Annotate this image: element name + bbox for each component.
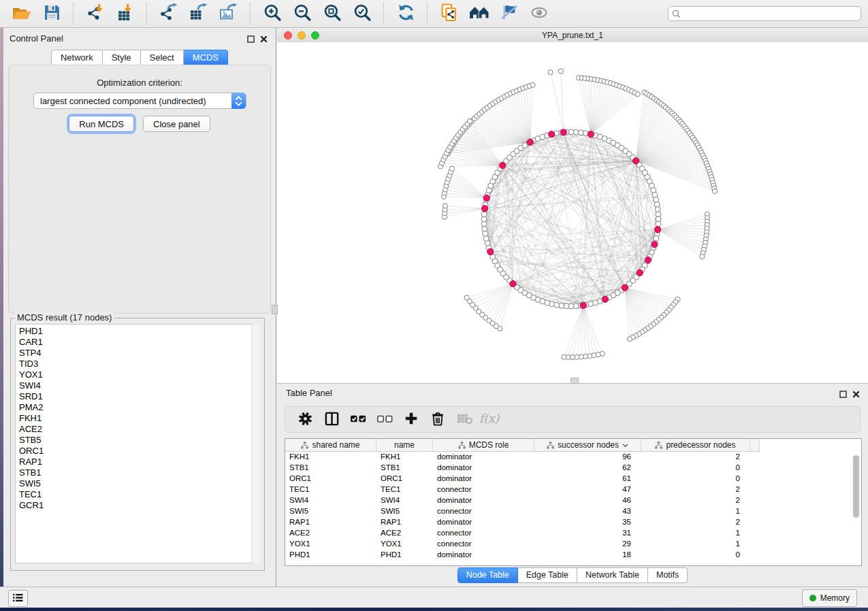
- mcds-result-item[interactable]: PMA2: [19, 402, 251, 413]
- table-row[interactable]: SWI4SWI4dominator462: [285, 495, 861, 506]
- table-cell[interactable]: RAP1: [376, 517, 433, 528]
- tab-network[interactable]: Network: [51, 50, 103, 66]
- select-all-rows-button[interactable]: [348, 410, 368, 430]
- table-cell[interactable]: 0: [641, 463, 750, 474]
- tab-mcds[interactable]: MCDS: [184, 50, 228, 66]
- mcds-result-item[interactable]: PHD1: [19, 326, 251, 337]
- run-mcds-button[interactable]: Run MCDS: [69, 116, 134, 132]
- deselect-all-rows-button[interactable]: [374, 410, 395, 430]
- first-neighbors-button[interactable]: [468, 2, 491, 25]
- mcds-result-item[interactable]: STB5: [19, 435, 251, 446]
- zoom-out-button[interactable]: [291, 2, 314, 25]
- close-panel-button[interactable]: Close panel: [143, 116, 210, 132]
- delete-column-button[interactable]: [428, 410, 448, 430]
- mcds-result-item[interactable]: ACE2: [19, 424, 251, 435]
- table-cell[interactable]: 18: [534, 550, 641, 561]
- table-cell[interactable]: ACE2: [376, 528, 433, 539]
- table-cell[interactable]: 47: [534, 484, 641, 495]
- column-header-predecessor-nodes[interactable]: predecessor nodes: [641, 439, 750, 452]
- zoom-in-button[interactable]: [261, 2, 284, 25]
- save-session-button[interactable]: [40, 2, 63, 25]
- table-cell[interactable]: 31: [534, 528, 641, 539]
- table-cell[interactable]: STB1: [376, 463, 433, 474]
- table-row[interactable]: ORC1ORC1dominator610: [285, 474, 861, 484]
- export-image-button[interactable]: [217, 2, 240, 25]
- tab-motifs[interactable]: Motifs: [648, 567, 688, 583]
- table-cell[interactable]: dominator: [433, 517, 534, 528]
- tab-style[interactable]: Style: [103, 50, 141, 66]
- mcds-result-item[interactable]: FKH1: [19, 413, 251, 424]
- task-history-button[interactable]: [8, 590, 28, 607]
- table-cell[interactable]: SWI4: [285, 495, 376, 506]
- column-header-name[interactable]: name: [376, 439, 433, 452]
- table-cell[interactable]: FKH1: [376, 452, 433, 463]
- table-cell[interactable]: 2: [641, 452, 750, 463]
- table-row[interactable]: PHD1PHD1dominator180: [285, 550, 861, 561]
- vertical-splitter-handle[interactable]: [272, 305, 278, 314]
- table-cell[interactable]: connector: [433, 528, 534, 539]
- export-table-button[interactable]: [187, 2, 210, 25]
- mcds-result-item[interactable]: STP4: [19, 348, 251, 359]
- import-network-button[interactable]: [84, 2, 107, 25]
- column-header-shared-name[interactable]: shared name: [285, 439, 376, 452]
- table-cell[interactable]: 2: [641, 484, 750, 495]
- mcds-result-item[interactable]: ORC1: [19, 446, 251, 457]
- toggle-columns-button[interactable]: [321, 410, 342, 430]
- column-header-successor-nodes[interactable]: successor nodes: [534, 439, 641, 452]
- table-cell[interactable]: ACE2: [285, 528, 376, 539]
- table-cell[interactable]: 2: [641, 495, 750, 506]
- table-cell[interactable]: dominator: [433, 550, 534, 561]
- table-cell[interactable]: SWI5: [376, 506, 433, 517]
- table-cell[interactable]: 46: [534, 495, 641, 506]
- mcds-result-item[interactable]: CAR1: [19, 337, 251, 348]
- table-row[interactable]: RAP1RAP1dominator352: [285, 517, 861, 528]
- mcds-result-item[interactable]: SRD1: [19, 391, 251, 402]
- mcds-result-item[interactable]: YOX1: [19, 369, 251, 380]
- network-view-canvas[interactable]: [277, 42, 868, 383]
- table-cell[interactable]: FKH1: [285, 452, 376, 463]
- table-cell[interactable]: 96: [534, 452, 641, 463]
- mcds-result-item[interactable]: RAP1: [19, 457, 251, 467]
- zoom-selected-button[interactable]: [351, 2, 374, 25]
- table-cell[interactable]: 43: [534, 506, 641, 517]
- mcds-list-scrollbar[interactable]: [251, 325, 259, 563]
- table-cell[interactable]: 1: [641, 528, 750, 539]
- table-cell[interactable]: 62: [534, 463, 641, 474]
- table-row[interactable]: TEC1TEC1connector472: [285, 484, 861, 495]
- table-row[interactable]: YOX1YOX1connector291: [285, 539, 861, 550]
- column-header-mcds-role[interactable]: MCDS role: [433, 439, 534, 452]
- table-cell[interactable]: dominator: [433, 452, 534, 463]
- mcds-result-item[interactable]: SWI4: [19, 380, 251, 391]
- table-cell[interactable]: PHD1: [285, 550, 376, 561]
- mcds-result-item[interactable]: TID3: [19, 359, 251, 369]
- table-cell[interactable]: connector: [433, 539, 534, 550]
- import-table-button[interactable]: [114, 2, 137, 25]
- table-cell[interactable]: YOX1: [285, 539, 376, 550]
- hide-selected-button[interactable]: [498, 2, 521, 25]
- mcds-result-item[interactable]: SWI5: [19, 478, 251, 489]
- table-cell[interactable]: ORC1: [376, 474, 433, 484]
- close-panel-icon[interactable]: [852, 389, 860, 401]
- table-cell[interactable]: dominator: [433, 495, 534, 506]
- zoom-fit-button[interactable]: [321, 2, 344, 25]
- table-scrollbar[interactable]: [853, 454, 859, 563]
- table-cell[interactable]: connector: [433, 484, 534, 495]
- table-cell[interactable]: 0: [641, 550, 750, 561]
- table-cell[interactable]: PHD1: [376, 550, 433, 561]
- memory-button[interactable]: Memory: [802, 589, 857, 607]
- optimization-criterion-dropdown[interactable]: largest connected component (undirected): [33, 93, 246, 109]
- table-cell[interactable]: ORC1: [285, 474, 376, 484]
- table-row[interactable]: SWI5SWI5connector431: [285, 506, 861, 517]
- table-cell[interactable]: dominator: [433, 474, 534, 484]
- open-file-button[interactable]: [10, 2, 33, 25]
- export-network-button[interactable]: [157, 2, 180, 25]
- table-cell[interactable]: STB1: [285, 463, 376, 474]
- table-cell[interactable]: SWI4: [376, 495, 433, 506]
- clone-network-button[interactable]: [438, 2, 461, 25]
- table-cell[interactable]: TEC1: [376, 484, 433, 495]
- search-input[interactable]: [668, 6, 861, 21]
- table-cell[interactable]: 29: [534, 539, 641, 550]
- create-column-button[interactable]: [401, 410, 421, 430]
- mcds-result-item[interactable]: STB1: [19, 467, 251, 478]
- table-cell[interactable]: 1: [641, 539, 750, 550]
